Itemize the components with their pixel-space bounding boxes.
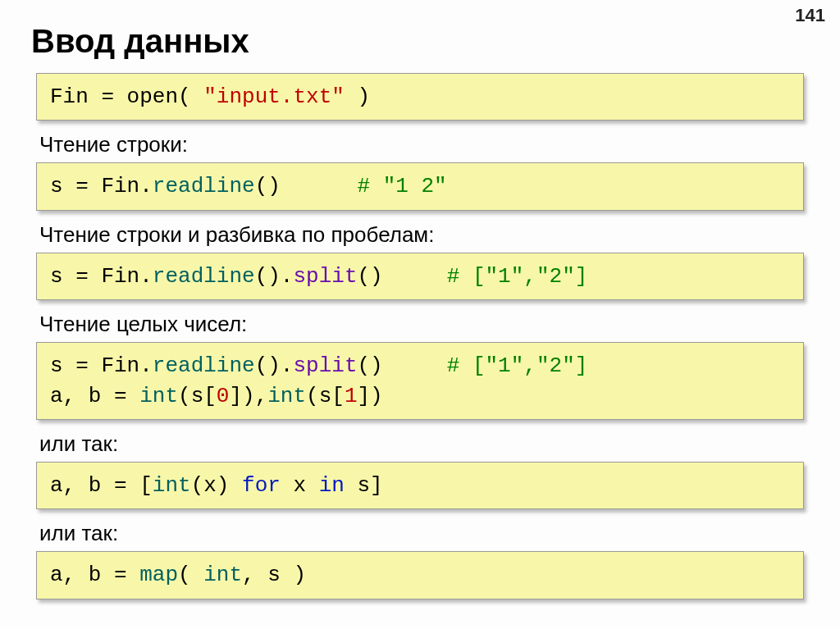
code-method: split bbox=[293, 264, 357, 289]
page-number: 141 bbox=[795, 5, 825, 26]
code-keyword: in bbox=[319, 473, 345, 498]
code-text: s = Fin. bbox=[50, 174, 153, 198]
code-func: int bbox=[203, 563, 242, 587]
code-text: () bbox=[357, 264, 446, 289]
code-number: 1 bbox=[345, 384, 358, 408]
label-read-line: Чтение строки: bbox=[39, 132, 809, 157]
code-method: readline bbox=[153, 264, 255, 289]
code-text: () bbox=[255, 174, 358, 198]
code-text: x bbox=[281, 473, 319, 498]
code-text: (). bbox=[255, 353, 294, 378]
code-text: s] bbox=[345, 473, 383, 498]
code-text: Fin = open( bbox=[50, 84, 203, 109]
code-comment: # ["1","2"] bbox=[447, 353, 588, 378]
code-text: (x) bbox=[191, 473, 242, 498]
code-text: s = Fin. bbox=[50, 353, 153, 378]
code-open-file: Fin = open( "input.txt" ) bbox=[36, 73, 804, 121]
label-or-1: или так: bbox=[39, 431, 809, 457]
code-text: ( bbox=[178, 563, 203, 587]
code-number: 0 bbox=[217, 384, 230, 408]
code-text: ]) bbox=[358, 384, 383, 408]
code-text: a, b = bbox=[50, 384, 139, 408]
code-map: a, b = map( int, s ) bbox=[36, 551, 804, 599]
code-comment: # "1 2" bbox=[357, 174, 446, 198]
code-text: a, b = bbox=[50, 563, 139, 587]
code-string: "input.txt" bbox=[203, 84, 345, 109]
code-ints: s = Fin.readline().split() # ["1","2"] a… bbox=[36, 342, 804, 420]
label-split: Чтение строки и разбивка по пробелам: bbox=[39, 222, 809, 248]
code-readline: s = Fin.readline() # "1 2" bbox=[36, 162, 804, 210]
label-or-2: или так: bbox=[39, 521, 809, 546]
code-text: (). bbox=[255, 264, 294, 289]
code-func: map bbox=[139, 563, 178, 587]
label-read-ints: Чтение целых чисел: bbox=[39, 312, 809, 337]
code-split: s = Fin.readline().split() # ["1","2"] bbox=[36, 253, 804, 300]
code-func: int bbox=[267, 384, 306, 408]
code-text: ) bbox=[345, 84, 370, 109]
code-text: () bbox=[357, 353, 446, 378]
code-keyword: for bbox=[242, 473, 281, 498]
slide: 141 Ввод данных Fin = open( "input.txt" … bbox=[0, 0, 840, 626]
code-method: readline bbox=[153, 353, 255, 378]
code-text: , s ) bbox=[242, 563, 306, 587]
code-method: split bbox=[293, 353, 357, 378]
code-text: ]), bbox=[229, 384, 267, 408]
code-text: a, b = [ bbox=[50, 473, 153, 498]
page-title: Ввод данных bbox=[31, 23, 809, 60]
code-text: (s[ bbox=[306, 384, 345, 408]
code-text: s = Fin. bbox=[50, 264, 153, 289]
code-listcomp: a, b = [int(x) for x in s] bbox=[36, 462, 804, 509]
code-method: readline bbox=[153, 174, 255, 198]
code-func: int bbox=[139, 384, 178, 408]
code-func: int bbox=[153, 473, 191, 498]
code-text: (s[ bbox=[178, 384, 217, 408]
code-comment: # ["1","2"] bbox=[447, 264, 588, 289]
